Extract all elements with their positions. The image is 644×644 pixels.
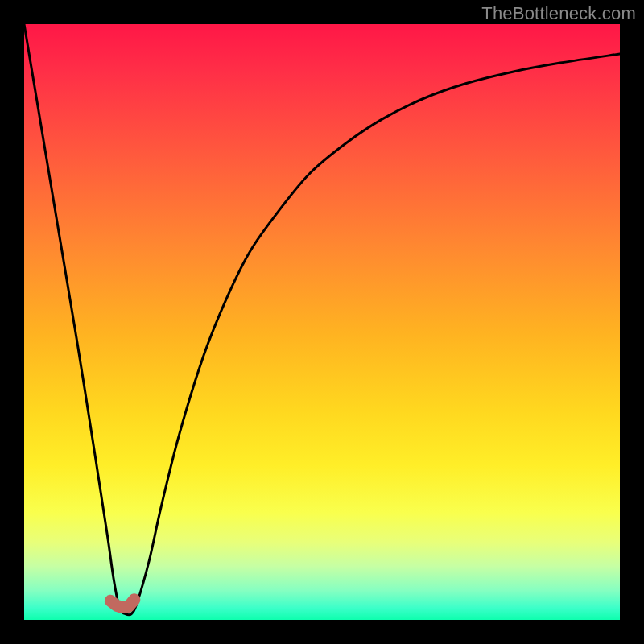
highlight-marker	[110, 600, 134, 608]
chart-svg	[24, 24, 620, 620]
watermark-text: TheBottleneck.com	[481, 3, 636, 24]
chart-frame: TheBottleneck.com	[0, 0, 644, 644]
chart-plot-area	[24, 24, 620, 620]
bottleneck-curve	[24, 24, 620, 615]
